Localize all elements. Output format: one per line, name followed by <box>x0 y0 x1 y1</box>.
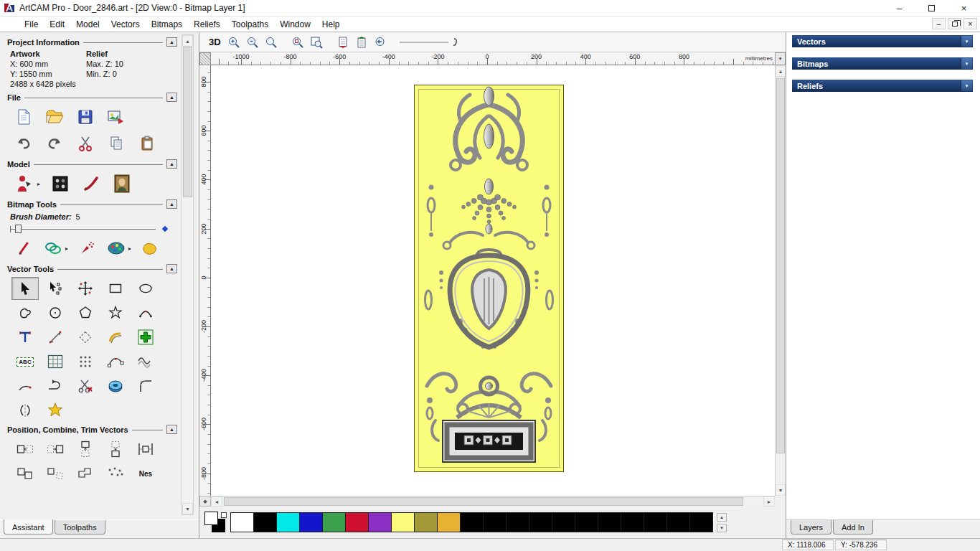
menu-item[interactable]: Bitmaps <box>146 18 188 31</box>
slider-thumb[interactable] <box>15 225 22 233</box>
grid-tool-icon[interactable] <box>42 350 69 373</box>
palette-icon[interactable] <box>105 238 127 258</box>
scroll-right-icon[interactable]: ► <box>763 496 775 507</box>
palette-swatch[interactable] <box>437 512 461 532</box>
flyout-arrow-icon[interactable]: ▸ <box>128 245 131 252</box>
close-button[interactable]: × <box>948 0 980 16</box>
palette-swatch[interactable] <box>529 512 552 532</box>
palette-down-icon[interactable]: ▼ <box>717 524 727 532</box>
group-icon[interactable] <box>11 462 39 485</box>
freeform-tool-icon[interactable] <box>11 301 39 324</box>
extrude-icon[interactable] <box>102 375 129 397</box>
new-model-icon[interactable] <box>13 107 34 127</box>
collapse-button[interactable]: ▲ <box>166 425 177 434</box>
scroll-thumb[interactable] <box>776 78 785 453</box>
model-paint-icon[interactable] <box>80 174 102 194</box>
drawing-canvas[interactable] <box>211 65 775 496</box>
menu-item[interactable]: Toolpaths <box>226 18 274 31</box>
palette-swatch[interactable] <box>460 512 484 532</box>
menu-item[interactable]: Reliefs <box>188 18 226 31</box>
layer-stack-header[interactable]: Vectors ▼ <box>792 35 973 47</box>
diamond-tool-icon[interactable] <box>72 326 99 349</box>
bitmap-previous-icon[interactable] <box>335 34 352 50</box>
paste-icon[interactable] <box>136 133 158 154</box>
chevron-down-icon[interactable]: ▼ <box>961 36 972 47</box>
canvas-horizontal-scrollbar[interactable]: ◄ ► <box>211 496 775 507</box>
zoom-last-icon[interactable] <box>372 34 389 50</box>
palette-swatch[interactable] <box>644 512 667 532</box>
scatter-icon[interactable] <box>102 462 129 485</box>
default-colors-icon[interactable] <box>221 512 227 518</box>
block-copy-icon[interactable] <box>72 350 99 373</box>
layer-stack-header[interactable]: Reliefs ▼ <box>792 80 973 92</box>
offset-vector-icon[interactable] <box>102 326 129 349</box>
collapse-button[interactable]: ▲ <box>166 159 177 169</box>
flyout-arrow-icon[interactable]: ▸ <box>65 245 68 252</box>
palette-swatch[interactable] <box>414 512 438 532</box>
tab-assistant[interactable]: Assistant <box>4 519 53 534</box>
fillet-icon[interactable] <box>132 375 159 397</box>
undo-icon[interactable] <box>13 133 34 154</box>
chevron-down-icon[interactable]: ▼ <box>961 80 972 91</box>
scroll-left-icon[interactable]: ◄ <box>211 496 222 507</box>
ruler-origin-icon[interactable] <box>199 52 211 65</box>
collapse-button[interactable]: ▲ <box>166 199 177 209</box>
redo-icon[interactable] <box>44 133 65 154</box>
child-minimize-button[interactable]: – <box>932 18 946 29</box>
tab-addin[interactable]: Add In <box>833 520 873 534</box>
polygon-tool-icon[interactable] <box>72 301 99 324</box>
ellipse-tool-icon[interactable] <box>132 277 159 300</box>
join-vectors-icon[interactable] <box>42 375 69 397</box>
scroll-up-icon[interactable]: ▲ <box>776 65 786 77</box>
palette-swatch[interactable] <box>322 512 346 532</box>
palette-swatch[interactable] <box>598 512 621 532</box>
menu-item[interactable]: Model <box>70 18 105 31</box>
view-3d-button[interactable]: 3D <box>206 34 224 50</box>
minimize-button[interactable]: – <box>883 0 915 16</box>
ruler-unit-dropdown[interactable]: ▼ <box>775 52 786 65</box>
text-abc-icon[interactable]: ABC <box>11 350 39 373</box>
tab-layers[interactable]: Layers <box>791 520 831 534</box>
scroll-thumb[interactable] <box>224 497 743 506</box>
menu-item[interactable]: Help <box>316 18 346 31</box>
align-left-icon[interactable] <box>11 438 39 461</box>
align-top-icon[interactable] <box>72 438 99 461</box>
primary-secondary-color-indicator[interactable] <box>204 512 227 534</box>
copy-icon[interactable] <box>105 133 127 154</box>
trim-vectors-icon[interactable] <box>72 375 99 397</box>
star-tool-icon[interactable] <box>102 301 129 324</box>
model-portrait-icon[interactable] <box>111 174 133 194</box>
rectangle-tool-icon[interactable] <box>102 277 129 300</box>
paint-pencil-icon[interactable] <box>13 238 34 258</box>
model-load-icon[interactable] <box>13 174 34 194</box>
zoom-previous-icon[interactable] <box>263 34 280 50</box>
palette-swatch[interactable] <box>230 512 254 532</box>
model-texture-icon[interactable] <box>50 174 71 194</box>
ellipse-draw-icon[interactable] <box>42 238 64 258</box>
chevron-down-icon[interactable]: ▼ <box>961 58 972 69</box>
canvas-vertical-scrollbar[interactable]: ▲ ▼ <box>775 65 786 496</box>
collapse-button[interactable]: ▲ <box>166 37 177 47</box>
cut-icon[interactable] <box>75 133 96 154</box>
zoom-page-icon[interactable] <box>308 34 325 50</box>
nesting-icon[interactable]: Nes <box>132 462 159 485</box>
scroll-thumb[interactable] <box>183 47 192 197</box>
align-bottom-icon[interactable] <box>102 438 129 461</box>
measure-icon[interactable] <box>42 326 69 349</box>
collapse-button[interactable]: ▲ <box>166 93 177 102</box>
palette-swatch[interactable] <box>391 512 415 532</box>
wrap-star-icon[interactable] <box>42 399 69 422</box>
circle-tool-icon[interactable] <box>42 301 69 324</box>
tab-toolpaths[interactable]: Toolpaths <box>55 520 105 534</box>
node-edit-icon[interactable] <box>42 277 69 300</box>
zoom-in-icon[interactable] <box>226 34 242 50</box>
menu-item[interactable]: Window <box>274 18 316 31</box>
paste-vector-icon[interactable] <box>132 326 159 349</box>
palette-swatch[interactable] <box>368 512 392 532</box>
export-image-icon[interactable] <box>105 107 127 127</box>
collapse-button[interactable]: ▲ <box>166 264 177 273</box>
brush-diameter-slider[interactable] <box>10 223 167 234</box>
menu-item[interactable]: File <box>19 18 44 31</box>
zoom-out-icon[interactable] <box>245 34 261 50</box>
assistant-scrollbar[interactable]: ▲ ▼ <box>182 34 194 515</box>
